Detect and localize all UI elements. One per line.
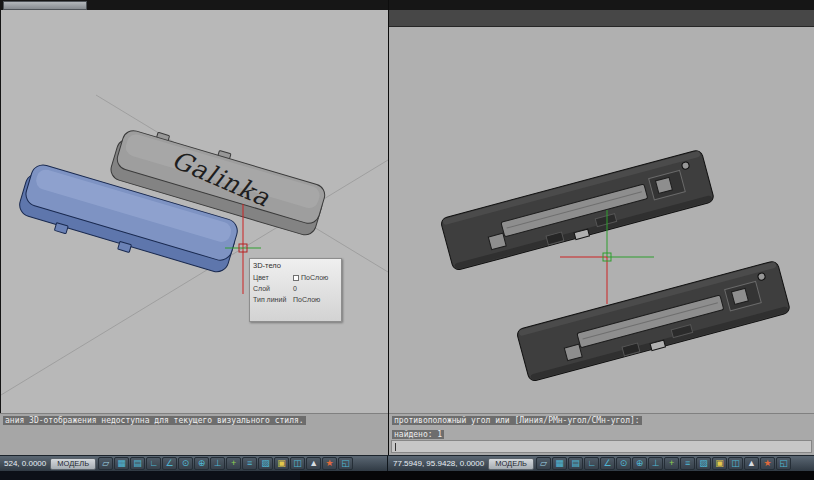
lineweight-icon[interactable]: ≡ — [680, 457, 695, 470]
right-command-found: найдено: 1 — [392, 430, 444, 439]
ortho-icon[interactable]: ∟ — [584, 457, 599, 470]
right-model-canvas[interactable] — [389, 27, 814, 413]
color-value: ПоСлою — [301, 273, 328, 284]
ortho-icon[interactable]: ∟ — [146, 457, 161, 470]
cad-application-window: Galinka 3D-тело Цвет — [0, 0, 814, 480]
linetype-label: Тип линий — [253, 295, 293, 306]
right-status-segment: 77.5949, 95.9428, 0.0000 МОДЕЛЬ ▱ ▦ ▤ ∟ … — [388, 456, 814, 472]
polar-tracking-icon[interactable]: ∠ — [600, 457, 615, 470]
tooltip-title: 3D-тело — [253, 261, 338, 270]
infer-constraints-icon[interactable]: ▱ — [98, 457, 113, 470]
left-command-history-line: ания 3D-отображения недоступна для текущ… — [0, 414, 388, 428]
right-command-prompt: противоположный угол или [Линия/РМн-угол… — [392, 416, 642, 425]
osnap-icon[interactable]: ⊙ — [616, 457, 631, 470]
left-status-toggle-row: ▱ ▦ ▤ ∟ ∠ ⊙ ⊕ ⊥ + ≡ — [98, 457, 353, 470]
annotation-scale-icon[interactable]: ▲ — [744, 457, 759, 470]
left-model-canvas[interactable]: Galinka 3D-тело Цвет — [1, 10, 388, 413]
right-canvas-drawing — [389, 27, 814, 413]
clean-screen-icon[interactable]: ◱ — [776, 457, 791, 470]
tooltip-row-linetype: Тип линий ПоСлою — [253, 295, 338, 306]
right-coordinates-display[interactable]: 77.5949, 95.9428, 0.0000 — [391, 459, 486, 468]
color-swatch — [293, 275, 299, 281]
right-command-window[interactable]: противоположный угол или [Линия/РМн-угол… — [389, 413, 814, 455]
osnap-tracking-icon[interactable]: ⊕ — [632, 457, 647, 470]
transparency-icon[interactable]: ▨ — [696, 457, 711, 470]
right-window-header-strip — [389, 10, 814, 27]
layer-label: Слой — [253, 284, 293, 295]
workspace-switch-icon[interactable]: ★ — [760, 457, 775, 470]
right-status-toggle-row: ▱ ▦ ▤ ∟ ∠ ⊙ ⊕ ⊥ + ≡ — [536, 457, 791, 470]
left-status-segment: 524, 0.0000 МОДЕЛЬ ▱ ▦ ▤ ∟ ∠ ⊙ ⊕ — [0, 456, 388, 472]
quick-properties-icon[interactable]: ▣ — [712, 457, 727, 470]
window-left-edge — [0, 10, 1, 455]
dynamic-ucs-icon[interactable]: ⊥ — [648, 457, 663, 470]
selection-cycling-icon[interactable]: ◫ — [290, 457, 305, 470]
grid-icon[interactable]: ▤ — [130, 457, 145, 470]
left-command-text: ания 3D-отображения недоступна для текущ… — [3, 416, 306, 425]
right-command-history-line-1: противоположный угол или [Линия/РМн-угол… — [389, 414, 814, 428]
quick-properties-icon[interactable]: ▣ — [274, 457, 289, 470]
color-label: Цвет — [253, 273, 293, 284]
tooltip-row-color: Цвет ПоСлою — [253, 273, 338, 284]
right-command-input[interactable] — [391, 440, 812, 453]
left-command-window[interactable]: ания 3D-отображения недоступна для текущ… — [0, 413, 388, 455]
annotation-scale-icon[interactable]: ▲ — [306, 457, 321, 470]
dark-part-upper-3d[interactable] — [440, 149, 715, 272]
grid-icon[interactable]: ▤ — [568, 457, 583, 470]
layer-value: 0 — [293, 284, 297, 295]
window-tab[interactable] — [3, 1, 87, 10]
workspace-switch-icon[interactable]: ★ — [322, 457, 337, 470]
left-canvas-drawing: Galinka — [1, 10, 388, 413]
window-top-bar — [0, 0, 814, 10]
tooltip-row-layer: Слой 0 — [253, 284, 338, 295]
status-bar: 524, 0.0000 МОДЕЛЬ ▱ ▦ ▤ ∟ ∠ ⊙ ⊕ — [0, 455, 814, 471]
left-model-space-button[interactable]: МОДЕЛЬ — [50, 458, 96, 470]
transparency-icon[interactable]: ▨ — [258, 457, 273, 470]
osnap-tracking-icon[interactable]: ⊕ — [194, 457, 209, 470]
infer-constraints-icon[interactable]: ▱ — [536, 457, 551, 470]
right-model-space-button[interactable]: МОДЕЛЬ — [488, 458, 534, 470]
viewport-divider — [388, 0, 389, 471]
snap-icon[interactable]: ▦ — [552, 457, 567, 470]
dynamic-input-icon[interactable]: + — [226, 457, 241, 470]
text-cursor — [395, 443, 396, 451]
taskbar-accent — [0, 471, 300, 480]
linetype-value: ПоСлою — [293, 295, 320, 306]
taskbar-sliver — [0, 471, 814, 480]
selection-cycling-icon[interactable]: ◫ — [728, 457, 743, 470]
dynamic-ucs-icon[interactable]: ⊥ — [210, 457, 225, 470]
rollover-properties-tooltip: 3D-тело Цвет ПоСлою Слой 0 Тип линий ПоС… — [249, 258, 342, 322]
dark-part-lower-3d[interactable] — [516, 260, 791, 383]
left-coordinates-display[interactable]: 524, 0.0000 — [2, 459, 48, 468]
polar-tracking-icon[interactable]: ∠ — [162, 457, 177, 470]
lineweight-icon[interactable]: ≡ — [242, 457, 257, 470]
snap-icon[interactable]: ▦ — [114, 457, 129, 470]
clean-screen-icon[interactable]: ◱ — [338, 457, 353, 470]
dynamic-input-icon[interactable]: + — [664, 457, 679, 470]
osnap-icon[interactable]: ⊙ — [178, 457, 193, 470]
